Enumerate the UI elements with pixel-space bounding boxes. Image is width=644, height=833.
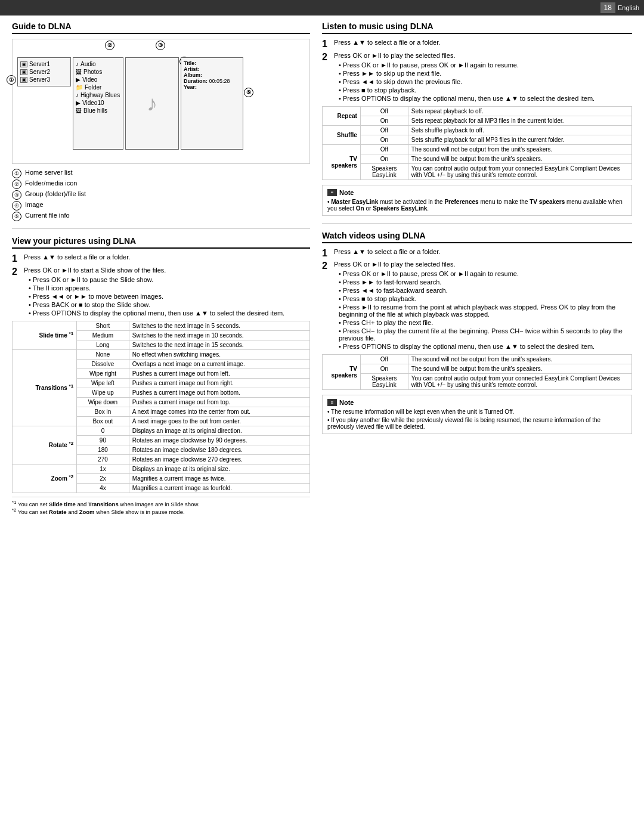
watch-tv-spk-on-row: On The sound will be output from the uni… xyxy=(323,364,632,374)
listen-step2: 2 Press OK or ►II to play the selected f… xyxy=(322,52,632,103)
watch-bullet-6: Press CH− to play the current file at th… xyxy=(339,327,632,342)
slide-long-desc: Switches to the next image in 15 seconds… xyxy=(129,340,309,349)
watch-step2: 2 Press OK or ►II to play the selected f… xyxy=(322,261,632,351)
listen-options-table: Repeat Off Sets repeat playback to off. … xyxy=(322,106,632,180)
trans-wipeup-desc: Pushes a current image out from bottom. xyxy=(129,388,309,397)
server3: ▣ Server3 xyxy=(20,76,68,83)
watch-step1: 1 Press ▲▼ to select a file or a folder. xyxy=(322,248,632,259)
callout-3: ③ xyxy=(156,41,165,50)
page-number: 18 xyxy=(600,2,615,13)
view-bullets: Press OK or ►II to pause the Slide show.… xyxy=(29,275,310,317)
rotate-0-row: Rotate *2 0 Displays an image at its ori… xyxy=(13,426,310,435)
watch-bullets: Press OK or ►II to pause, press OK or ►I… xyxy=(339,270,632,351)
watch-tv-spk-easylink-row: Speakers EasyLink You can control audio … xyxy=(323,374,632,390)
watch-options-table: TV speakers Off The sound will not be ou… xyxy=(322,354,632,390)
zoom-1x-sub: 1x xyxy=(77,464,129,473)
listen-note-header: ≡ Note xyxy=(327,189,627,196)
watch-note-icon: ≡ xyxy=(327,399,337,406)
zoom-4x-desc: Magnifies a current image as fourfold. xyxy=(129,483,309,493)
watch-tv-speakers-label: TV speakers xyxy=(323,355,361,390)
rotate-0-desc: Displays an image at its original direct… xyxy=(129,426,309,435)
top-bar: 18 English xyxy=(0,0,644,16)
zoom-label: Zoom *2 xyxy=(13,464,77,493)
slide-short-desc: Switches to the next image in 5 seconds. xyxy=(129,321,309,330)
zoom-1x-desc: Displays an image at its original size. xyxy=(129,464,309,473)
rotate-270-sub: 270 xyxy=(77,454,129,464)
trans-boxin-sub: Box in xyxy=(77,407,129,416)
view-title: View your pictures using DLNA xyxy=(12,236,310,249)
listen-bullet-1: Press ►► to skip up the next file. xyxy=(339,69,632,78)
right-column: Listen to music using DLNA 1 Press ▲▼ to… xyxy=(322,21,632,515)
shuffle-on-row: On Sets shuffle playback for all MP3 fil… xyxy=(323,135,632,144)
folder-panel: ♪Audio 🖼Photos ▶Video 📁Folder ♪Highway B… xyxy=(73,57,123,150)
trans-dissolve-sub: Dissolve xyxy=(77,359,129,368)
shuffle-off-sub: Off xyxy=(360,125,408,135)
tv-spk-easylink-desc: You can control audio output from your c… xyxy=(408,163,631,179)
legend-3: ③ Group (folder)/file list xyxy=(12,190,310,200)
listen-note-box: ≡ Note • Master EasyLink must be activat… xyxy=(322,185,632,216)
listen-title: Listen to music using DLNA xyxy=(322,21,632,34)
slide-short-sub: Short xyxy=(77,321,129,330)
listen-note-text: • Master EasyLink must be activated in t… xyxy=(327,199,627,212)
trans-wipedown-sub: Wipe down xyxy=(77,397,129,407)
legend-1: ① Home server list xyxy=(12,169,310,178)
listen-step1: 1 Press ▲▼ to select a file or a folder. xyxy=(322,39,632,49)
slide-time-label: Slide time *1 xyxy=(13,321,77,349)
shuffle-off-row: Shuffle Off Sets shuffle playback to off… xyxy=(323,125,632,135)
rotate-180-desc: Rotates an image clockwise 180 degrees. xyxy=(129,445,309,454)
rotate-90-sub: 90 xyxy=(77,435,129,445)
rotate-label: Rotate *2 xyxy=(13,426,77,464)
left-column: Guide to DLNA ② ③ ① ▣ Server1 xyxy=(12,21,310,515)
tv-spk-on-sub: On xyxy=(360,154,408,163)
tv-spk-on-desc: The sound will be output from the unit's… xyxy=(408,154,631,163)
rotate-180-sub: 180 xyxy=(77,445,129,454)
rotate-270-desc: Rotates an image clockwise 270 degrees. xyxy=(129,454,309,464)
trans-boxout-desc: A next image goes to the out from center… xyxy=(129,416,309,426)
legend-2: ② Folder/media icon xyxy=(12,179,310,189)
watch-tv-spk-off-row: TV speakers Off The sound will not be ou… xyxy=(323,355,632,364)
language-label: English xyxy=(618,4,639,11)
footnote-1: *1 You can set Slide time and Transition… xyxy=(12,500,310,507)
main-content: Guide to DLNA ② ③ ① ▣ Server1 xyxy=(0,16,644,521)
trans-wipedown-desc: Pushes a current image out from top. xyxy=(129,397,309,407)
rotate-0-sub: 0 xyxy=(77,426,129,435)
shuffle-on-sub: On xyxy=(360,135,408,144)
music-note-icon: ♪ xyxy=(147,91,157,116)
tv-spk-off-row: TV speakers Off The sound will not be ou… xyxy=(323,144,632,154)
watch-bullet-2: Press ◄◄ to fast-backward search. xyxy=(339,286,632,295)
repeat-on-row: On Sets repeat playback for all MP3 file… xyxy=(323,116,632,125)
listen-bullet-2: Press ◄◄ to skip down the previous file. xyxy=(339,78,632,86)
trans-none-desc: No effect when switching images. xyxy=(129,349,309,359)
watch-tv-spk-on-desc: The sound will be output from the unit's… xyxy=(408,364,631,374)
tv-spk-off-desc: The sound will not be output from the un… xyxy=(408,144,631,154)
legend-5: ⑤ Current file info xyxy=(12,212,310,221)
trans-dissolve-desc: Overlaps a next image on a current image… xyxy=(129,359,309,368)
watch-note-text-1: • The resume information will be kept ev… xyxy=(327,408,627,415)
server1: ▣ Server1 xyxy=(20,60,68,68)
repeat-on-sub: On xyxy=(360,116,408,125)
watch-tv-spk-on-sub: On xyxy=(360,364,408,374)
trans-none-sub: None xyxy=(77,349,129,359)
watch-tv-spk-off-desc: The sound will not be output from the un… xyxy=(408,355,631,364)
repeat-off-desc: Sets repeat playback to off. xyxy=(408,106,631,116)
fileinfo-panel: ⑤ Title: Artist: Album: Duration: 00:05:… xyxy=(181,57,243,150)
watch-bullet-3: Press ■ to stop playback. xyxy=(339,295,632,303)
watch-bullet-0: Press OK or ►II to pause, press OK or ►I… xyxy=(339,270,632,278)
watch-tv-spk-off-sub: Off xyxy=(360,355,408,364)
watch-bullet-4: Press ►II to resume from the point at wh… xyxy=(339,303,632,318)
watch-note-box: ≡ Note • The resume information will be … xyxy=(322,395,632,434)
slide-medium-sub: Medium xyxy=(77,330,129,340)
listen-bullet-4: Press OPTIONS to display the optional me… xyxy=(339,94,632,103)
shuffle-off-desc: Sets shuffle playback to off. xyxy=(408,125,631,135)
dlna-diagram: ② ③ ① ▣ Server1 ▣ Server2 xyxy=(12,39,310,164)
view-options-table: Slide time *1 Short Switches to the next… xyxy=(12,321,310,493)
trans-wipeleft-sub: Wipe left xyxy=(77,378,129,388)
watch-tv-spk-easylink-desc: You can control audio output from your c… xyxy=(408,374,631,390)
zoom-2x-sub: 2x xyxy=(77,473,129,483)
callout-5: ⑤ xyxy=(244,88,253,97)
callout-1: ① xyxy=(7,75,16,85)
footnotes: *1 You can set Slide time and Transition… xyxy=(12,497,310,515)
view-step2: 2 Press OK or ►II to start a Slide show … xyxy=(12,267,310,317)
listen-section: Listen to music using DLNA 1 Press ▲▼ to… xyxy=(322,21,632,216)
watch-title: Watch videos using DLNA xyxy=(322,231,632,243)
